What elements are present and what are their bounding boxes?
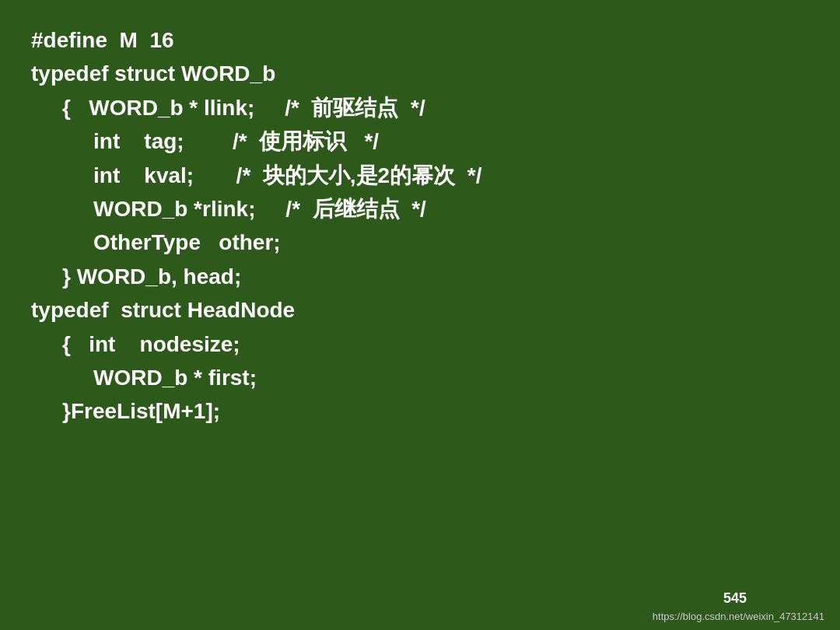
code-line-10: { int nodesize;	[31, 327, 809, 361]
source-url: https://blog.csdn.net/weixin_47312141	[653, 611, 824, 622]
code-line-3: { WORD_b * llink; /* 前驱结点 */	[31, 91, 809, 124]
code-line-9: typedef struct HeadNode	[31, 293, 809, 327]
code-container: #define M 16 typedef struct WORD_b { WOR…	[0, 0, 840, 491]
code-line-1: #define M 16	[31, 23, 809, 57]
code-line-7: OtherType other;	[31, 226, 809, 259]
page-number: 545	[723, 590, 747, 607]
code-line-5: int kval; /* 块的大小,是2的幂次 */	[31, 159, 809, 192]
code-line-12: }FreeList[M+1];	[31, 394, 809, 428]
code-line-6: WORD_b *rlink; /* 后继结点 */	[31, 192, 809, 226]
code-line-11: WORD_b * first;	[31, 361, 809, 394]
code-line-4: int tag; /* 使用标识 */	[31, 124, 809, 158]
code-line-8: } WORD_b, head;	[31, 260, 809, 293]
code-line-2: typedef struct WORD_b	[31, 57, 809, 90]
